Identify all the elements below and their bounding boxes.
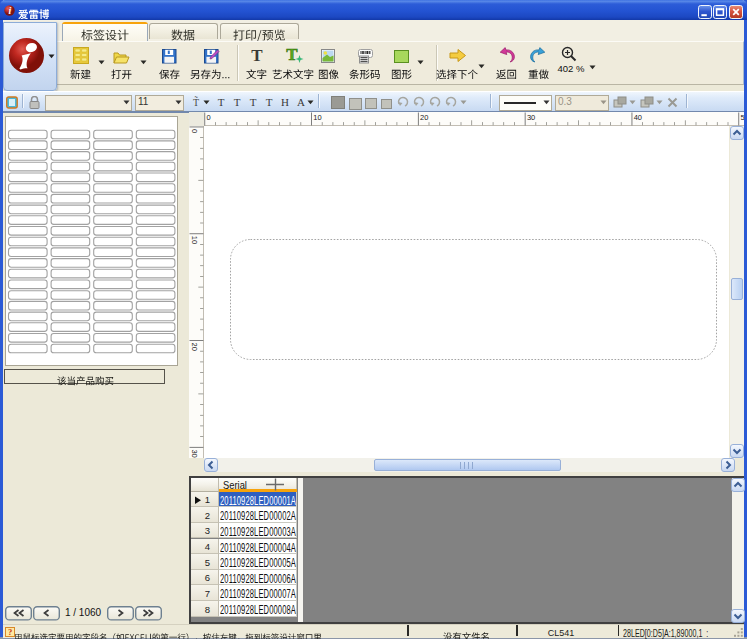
svg-text:40: 40 xyxy=(634,113,642,122)
svg-text:?: ? xyxy=(7,627,11,637)
svg-text:0: 0 xyxy=(190,129,199,133)
svg-text:30: 30 xyxy=(190,449,199,457)
svg-text:30: 30 xyxy=(527,113,535,122)
svg-text:T: T xyxy=(286,46,298,64)
svg-text:20: 20 xyxy=(190,343,199,351)
svg-text:50: 50 xyxy=(741,113,745,122)
svg-text:10: 10 xyxy=(313,113,321,122)
svg-text:10: 10 xyxy=(190,236,199,244)
svg-text:0: 0 xyxy=(207,113,211,122)
svg-text:20: 20 xyxy=(420,113,428,122)
